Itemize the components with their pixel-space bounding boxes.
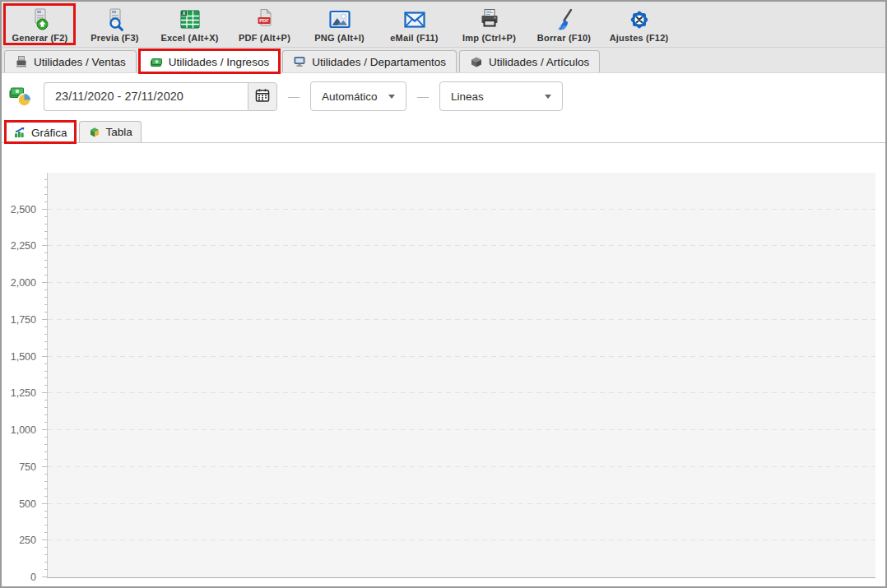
monitor-icon — [293, 55, 306, 68]
y-axis-tick-label: 1,250 — [11, 387, 36, 399]
subtab-bar: GráficaTabla — [2, 119, 885, 143]
subtab-label: Gráfica — [31, 127, 67, 139]
gridline — [48, 245, 875, 246]
y-axis-minor-tick — [44, 474, 48, 475]
y-axis-minor-tick — [44, 334, 48, 335]
y-axis-minor-tick — [44, 371, 48, 372]
toolbar-button-label: Imp (Ctrl+P) — [462, 33, 516, 43]
y-axis-tick-label: 750 — [19, 461, 36, 473]
y-axis-minor-tick — [44, 554, 48, 555]
chart-type-dropdown[interactable]: Lineas — [439, 81, 563, 111]
y-axis-minor-tick — [44, 407, 48, 408]
gridline — [48, 282, 875, 283]
chevron-down-icon — [388, 95, 395, 99]
package-icon — [470, 55, 483, 68]
y-axis-major-tick — [42, 319, 48, 320]
y-axis-minor-tick — [44, 511, 48, 512]
y-axis-minor-tick — [44, 267, 48, 268]
y-axis-minor-tick — [44, 216, 48, 217]
y-axis-minor-tick — [44, 363, 48, 364]
y-axis-tick-label: 2,500 — [11, 204, 36, 215]
toolbar-button-label: Ajustes (F12) — [610, 33, 669, 43]
y-axis-major-tick — [42, 576, 48, 577]
chart-type-dropdown-value: Lineas — [451, 90, 484, 103]
date-range-group: 23/11/2020 - 27/11/2020 — [44, 82, 277, 111]
y-axis-minor-tick — [44, 488, 48, 489]
toolbar-button-borrar-f10[interactable]: Borrar (F10) — [527, 2, 601, 47]
svg-text:X: X — [182, 11, 185, 16]
toolbar-button-pdf-alt-p[interactable]: PDFPDF (Alt+P) — [227, 2, 302, 47]
y-axis-minor-tick — [44, 194, 48, 195]
calendar-button[interactable] — [248, 82, 277, 111]
toolbar-button-label: Borrar (F10) — [537, 33, 591, 43]
date-range-input[interactable]: 23/11/2020 - 27/11/2020 — [44, 82, 248, 111]
settings-gear-icon — [627, 7, 652, 32]
y-axis-minor-tick — [44, 459, 48, 460]
y-axis-tick-label: 0 — [30, 572, 36, 583]
toolbar-button-label: PNG (Alt+I) — [314, 33, 365, 43]
gridline — [48, 539, 875, 540]
toolbar-button-imp-ctrl-p[interactable]: Imp (Ctrl+P) — [452, 2, 527, 47]
separator-dash: — — [288, 90, 300, 103]
y-axis-minor-tick — [44, 238, 48, 239]
excel-icon: X — [178, 7, 202, 32]
y-axis-major-tick — [42, 392, 48, 393]
y-axis-tick-label: 2,000 — [11, 277, 36, 289]
toolbar-button-previa-f3[interactable]: Previa (F3) — [77, 2, 152, 47]
interval-dropdown-value: Automático — [322, 90, 378, 103]
y-axis-minor-tick — [44, 326, 48, 327]
gridline — [48, 466, 875, 467]
interval-dropdown[interactable]: Automático — [310, 81, 406, 111]
y-axis-tick-label: 1,750 — [11, 314, 36, 326]
toolbar-button-email-f11[interactable]: eMail (F11) — [377, 2, 452, 47]
toolbar-button-label: Excel (Alt+X) — [160, 33, 218, 43]
y-axis-minor-tick — [44, 496, 48, 497]
money-pie-icon — [9, 85, 32, 108]
toolbar-button-png-alt-i[interactable]: PNG (Alt+I) — [302, 2, 377, 47]
y-axis-minor-tick — [44, 451, 48, 452]
gridline — [48, 319, 875, 320]
broom-icon — [552, 7, 577, 32]
toolbar-button-label: PDF (Alt+P) — [239, 33, 290, 43]
toolbar-button-excel-alt-x[interactable]: XExcel (Alt+X) — [152, 2, 227, 47]
money-icon — [150, 56, 163, 69]
y-axis-major-tick — [42, 466, 48, 467]
y-axis-minor-tick — [44, 517, 48, 518]
subtab-label: Tabla — [106, 126, 132, 138]
tab-utilidades-departamentos[interactable]: Utilidades / Departamentos — [282, 50, 457, 72]
tab-utilidades-ventas[interactable]: Utilidades / Ventas — [4, 50, 137, 72]
y-axis-minor-tick — [44, 201, 48, 202]
calendar-icon — [254, 87, 271, 106]
y-axis-major-tick — [42, 539, 48, 540]
toolbar-button-generar-f2[interactable]: Generar (F2) — [2, 2, 77, 47]
y-axis-minor-tick — [44, 349, 48, 350]
chevron-down-icon — [545, 95, 551, 99]
separator-dash: — — [417, 90, 429, 103]
y-axis-minor-tick — [44, 569, 48, 570]
y-axis-major-tick — [42, 429, 48, 430]
cash-register-icon — [15, 55, 28, 68]
subtab-gráfica[interactable]: Gráfica — [4, 121, 77, 143]
printer-icon — [477, 7, 502, 32]
y-axis-major-tick — [42, 356, 48, 357]
y-axis-minor-tick — [44, 377, 48, 378]
email-icon — [402, 7, 427, 32]
tab-label: Utilidades / Artículos — [489, 56, 589, 68]
toolbar-button-ajustes-f12[interactable]: Ajustes (F12) — [601, 2, 676, 47]
tab-utilidades-artículos[interactable]: Utilidades / Artículos — [459, 50, 600, 72]
gridline — [48, 209, 875, 210]
y-axis-minor-tick — [44, 385, 48, 386]
toolbar-button-label: Previa (F3) — [91, 33, 138, 43]
y-axis-minor-tick — [44, 312, 48, 313]
tab-utilidades-ingresos[interactable]: Utilidades / Ingresos — [139, 50, 280, 73]
gridline — [48, 503, 875, 504]
y-axis-minor-tick — [44, 532, 48, 533]
y-axis-tick-label: 1,500 — [11, 351, 36, 363]
y-axis-tick-label: 250 — [19, 535, 36, 546]
app-window: Generar (F2)Previa (F3)XExcel (Alt+X)PDF… — [0, 0, 887, 588]
y-axis-minor-tick — [44, 481, 48, 482]
preview-icon — [103, 7, 128, 32]
tab-bar: Utilidades / VentasUtilidades / Ingresos… — [2, 48, 885, 73]
y-axis-minor-tick — [44, 525, 48, 525]
subtab-tabla[interactable]: Tabla — [79, 121, 142, 142]
